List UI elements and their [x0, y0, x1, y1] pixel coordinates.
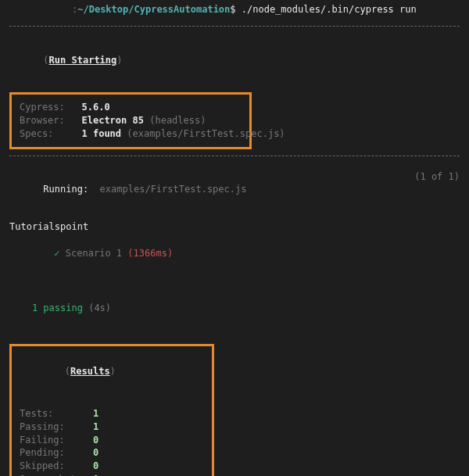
env-row: Specs: 1 found (examples/FirstTest.spec.… — [20, 127, 242, 141]
results-row: Pending: 0 — [20, 446, 204, 460]
dollar-sign: $ — [230, 4, 235, 15]
test-timing: (1366ms) — [127, 248, 173, 259]
suite-name: Tutorialspoint — [9, 220, 460, 234]
env-row: Browser: Electron 85 (headless) — [20, 114, 242, 127]
env-row: Cypress: 5.6.0 — [20, 101, 242, 114]
hr-top — [9, 26, 460, 27]
shell-prompt-line: :~/Desktop/CypressAutomation$ ./node_mod… — [9, 3, 460, 16]
env-box: Cypress: 5.6.0Browser: Electron 85 (head… — [9, 92, 252, 149]
running-line: Running: examples/FirstTest.spec.js (1 o… — [9, 170, 460, 209]
summary-line: 1 passing (4s) — [9, 288, 460, 327]
results-row: Passing: 1 — [20, 421, 204, 434]
passing-time: (4s) — [88, 302, 111, 313]
results-row: Failing: 0 — [20, 434, 204, 447]
run-starting-label: Run Starting — [49, 55, 117, 66]
check-icon: ✓ — [54, 248, 59, 259]
suite-block: Tutorialspoint ✓ Scenario 1 (1366ms) — [9, 220, 460, 273]
results-row: Tests: 1 — [20, 407, 204, 421]
terminal: :~/Desktop/CypressAutomation$ ./node_mod… — [0, 0, 469, 476]
results-box-inner: (Results) Tests: 1Passing: 1Failing: 0Pe… — [12, 346, 212, 476]
results-box: (Results) Tests: 1Passing: 1Failing: 0Pe… — [9, 344, 214, 476]
command-text[interactable]: ./node_modules/.bin/cypress run — [242, 4, 417, 15]
results-row: Screenshots: 0 — [20, 473, 204, 476]
test-name: Scenario 1 — [66, 248, 122, 259]
cwd: ~/Desktop/CypressAutomation — [77, 4, 230, 15]
running-label: Running: — [43, 184, 88, 195]
results-label: Results — [70, 366, 110, 377]
results-row: Skipped: 0 — [20, 460, 204, 473]
section-run-starting: (Run Starting) — [9, 41, 460, 80]
running-counter: (1 of 1) — [414, 170, 460, 209]
env-box-inner: Cypress: 5.6.0Browser: Electron 85 (head… — [12, 95, 249, 146]
hr-after-env — [9, 156, 460, 156]
running-file: examples/FirstTest.spec.js — [100, 184, 247, 195]
passing-count: 1 passing — [32, 302, 83, 313]
